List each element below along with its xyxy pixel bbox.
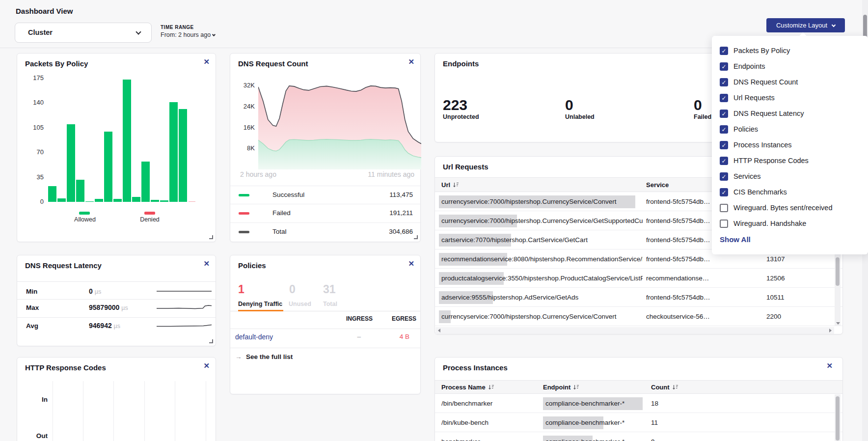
active-tab-underline [238,310,283,311]
scrollbar-thumb[interactable] [836,257,840,286]
policy-egress-value: 4 B [362,333,409,340]
url-request-row[interactable]: productcatalogservice:3550/hipstershop.P… [435,269,842,288]
close-icon[interactable]: ✕ [408,57,414,66]
view-selector[interactable]: Cluster [15,23,152,43]
resize-handle[interactable] [414,235,418,239]
y-tick-label: 35 [27,173,44,181]
checkbox-checked-icon[interactable]: ✓ [720,188,728,196]
checkbox-checked-icon[interactable]: ✓ [720,94,728,102]
card-packets-by-policy: Packets By Policy ✕ 03570105140175 Allow… [17,53,216,242]
scrollbar-thumb[interactable] [836,396,840,441]
tab-unused[interactable]: Unused [289,301,311,307]
resize-handle[interactable] [209,235,213,239]
table-header: Process Name Endpoint Count [435,380,842,394]
close-icon[interactable]: ✕ [203,57,210,66]
card-title: Policies [238,261,266,270]
count-cell: 12506 [766,275,811,282]
stat-label-failed: Failed [694,113,711,120]
tab-denying-count: 1 [238,283,244,296]
menu-item-wireguard-handshake[interactable]: Wireguard. Handshake [712,216,868,231]
close-icon[interactable]: ✕ [203,361,210,370]
checkbox-checked-icon[interactable]: ✓ [720,172,728,181]
menu-item-label: Policies [733,125,758,133]
customize-layout-menu: ✓Packets By Policy✓Endpoints✓DNS Request… [712,36,868,254]
menu-item-url-requests[interactable]: ✓Url Requests [712,90,868,106]
process-instance-row[interactable]: /bin/kube-bench compliance-benchmarker-*… [435,413,842,432]
sort-icon [453,182,459,188]
show-all-link[interactable]: Show All [720,235,751,244]
menu-item-label: Process Instances [733,141,791,149]
page-title: Dashboard View [16,7,73,15]
bar-allowed [169,102,178,202]
bar-chart [48,78,217,202]
time-range-selector[interactable]: From: 2 hours ago [161,31,215,38]
menu-item-dns-request-latency[interactable]: ✓DNS Request Latency [712,106,868,121]
tab-denying-traffic[interactable]: Denying Traffic [238,301,282,307]
menu-item-wireguard-bytes-sent-received[interactable]: Wireguard. Bytes sent/received [712,200,868,216]
bar-allowed [85,201,94,202]
latency-max-value: 95879000 µs [89,303,128,311]
view-selector-value: Cluster [28,28,53,36]
resize-handle[interactable] [209,339,213,343]
sort-icon [488,385,494,390]
bar-allowed [179,109,187,202]
menu-item-endpoints[interactable]: ✓Endpoints [712,58,868,74]
gridline [83,381,83,441]
policy-link-default-deny[interactable]: default-deny [235,333,273,341]
card-title: DNS Request Latency [25,261,102,270]
process-name-cell: /bin/benchmarker [441,400,540,407]
service-cell: recommendationse… [646,275,734,282]
dns-area-chart-svg [258,75,421,169]
scroll-left-icon[interactable] [438,329,440,332]
checkbox-checked-icon[interactable]: ✓ [720,47,728,55]
scroll-down-icon[interactable] [836,322,840,325]
service-cell: checkoutservice-56… [646,313,734,320]
gridline [53,381,53,441]
customize-layout-label: Customize Layout [776,22,827,29]
column-header-service[interactable]: Service [646,181,669,189]
scroll-right-icon[interactable] [829,329,832,332]
url-request-row[interactable]: adservice:9555/hipstershop.AdService/Get… [435,288,842,307]
checkbox-unchecked-icon[interactable] [720,204,728,212]
count-cell: 13107 [766,255,811,263]
horizontal-scrollbar[interactable] [435,327,834,334]
see-full-list-link[interactable]: See the full list [246,353,293,360]
tab-unused-count: 0 [289,283,296,296]
close-icon[interactable]: ✕ [826,361,833,370]
checkbox-checked-icon[interactable]: ✓ [720,157,728,165]
checkbox-unchecked-icon[interactable] [720,220,728,228]
menu-item-cis-benchmarks[interactable]: ✓CIS Benchmarks [712,184,868,200]
column-header-count[interactable]: Count [651,384,678,391]
checkbox-checked-icon[interactable]: ✓ [720,141,728,149]
menu-item-label: Endpoints [733,62,765,70]
checkbox-checked-icon[interactable]: ✓ [720,110,728,118]
customize-layout-button[interactable]: Customize Layout [766,18,845,32]
menu-item-packets-by-policy[interactable]: ✓Packets By Policy [712,43,868,58]
process-name-cell: benchmarker [441,438,540,441]
stat-label-unprotected: Unprotected [443,113,479,120]
url-cell: cartservice:7070/hipstershop.CartService… [441,236,643,244]
process-instance-row[interactable]: benchmarker compliance-benchmarker-* 9 [435,432,842,441]
checkbox-checked-icon[interactable]: ✓ [720,78,728,86]
menu-item-dns-request-count[interactable]: ✓DNS Request Count [712,74,868,90]
checkbox-checked-icon[interactable]: ✓ [720,125,728,134]
vertical-scrollbar[interactable] [835,394,841,441]
column-header-endpoint[interactable]: Endpoint [543,384,579,391]
bar-allowed [104,132,112,202]
menu-item-process-instances[interactable]: ✓Process Instances [712,137,868,153]
menu-item-http-response-codes[interactable]: ✓HTTP Response Codes [712,153,868,168]
column-header-process-name[interactable]: Process Name [441,384,494,391]
sparkline-svg [157,321,212,330]
sparkline-min [157,287,212,296]
process-instance-row[interactable]: /bin/benchmarker compliance-benchmarker-… [435,394,842,413]
column-header-url[interactable]: Url [441,181,459,189]
url-request-row[interactable]: currencyservice:7000/hipstershop.Currenc… [435,307,842,326]
sparkline-svg [157,287,212,296]
card-dns-request-latency: DNS Request Latency ✕ Min 0 µs Max 95879… [17,255,216,346]
close-icon[interactable]: ✕ [408,259,414,268]
menu-item-policies[interactable]: ✓Policies [712,121,868,137]
close-icon[interactable]: ✕ [203,259,210,268]
tab-total[interactable]: Total [323,301,337,307]
menu-item-services[interactable]: ✓Services [712,168,868,184]
checkbox-checked-icon[interactable]: ✓ [720,62,728,71]
